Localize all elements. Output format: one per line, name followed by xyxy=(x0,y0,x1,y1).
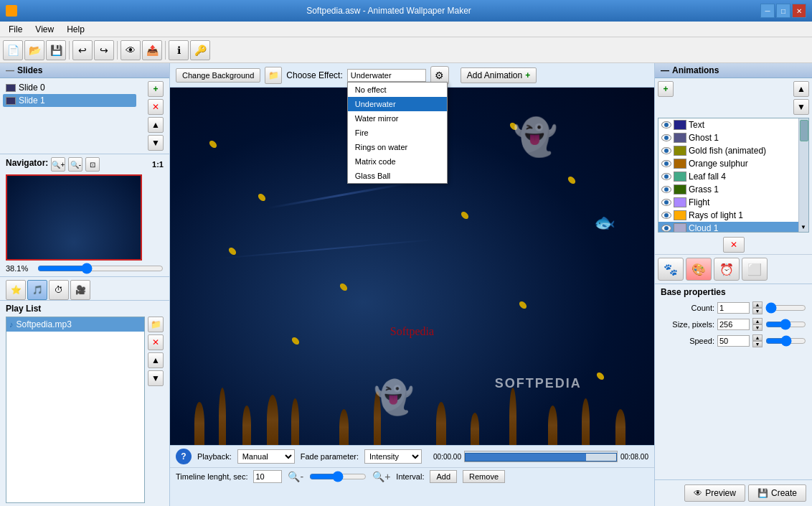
anim-item-ghost1[interactable]: Ghost 1 xyxy=(658,131,808,144)
zoom-slider[interactable] xyxy=(37,263,164,273)
timeline-zoom-slider[interactable] xyxy=(309,472,367,482)
zoom-out-button[interactable]: 🔍- xyxy=(68,157,82,172)
size-input[interactable] xyxy=(717,319,750,330)
speed-input[interactable] xyxy=(717,335,750,347)
playlist-remove-button[interactable]: ✕ xyxy=(148,334,164,350)
save-button[interactable]: 💾 xyxy=(46,40,66,60)
dropdown-rings-on-water[interactable]: Rings on water xyxy=(348,140,447,154)
count-input[interactable] xyxy=(717,302,750,314)
size-slider[interactable] xyxy=(765,319,806,329)
leaf-2 xyxy=(256,192,266,202)
anim-item-rays[interactable]: Rays of light 1 xyxy=(658,209,808,222)
anim-eye-orange[interactable] xyxy=(661,160,671,167)
anim-type-sprites[interactable]: 🐾 xyxy=(658,258,684,281)
tab-video[interactable]: 🎥 xyxy=(70,280,90,300)
size-down[interactable]: ▼ xyxy=(752,324,763,331)
zoom-out-timeline-icon[interactable]: 🔍- xyxy=(288,471,303,482)
playlist-down-button[interactable]: ▼ xyxy=(148,370,164,386)
add-animation-btn[interactable]: + xyxy=(658,81,674,97)
dropdown-matrix-code[interactable]: Matrix code xyxy=(348,154,447,169)
slide-item-0[interactable]: Slide 0 xyxy=(3,81,136,94)
export-button[interactable]: 📤 xyxy=(142,40,162,60)
count-up[interactable]: ▲ xyxy=(752,301,763,308)
anim-eye-text[interactable] xyxy=(661,121,671,128)
dropdown-glass-ball[interactable]: Glass Ball xyxy=(348,169,447,183)
minimize-button[interactable]: ─ xyxy=(760,4,775,18)
tab-music[interactable]: 🎵 xyxy=(27,280,47,300)
dropdown-water-mirror[interactable]: Water mirror xyxy=(348,111,447,126)
close-button[interactable]: ✕ xyxy=(792,4,806,18)
anim-item-leaf[interactable]: Leaf fall 4 xyxy=(658,170,808,183)
effect-select[interactable]: No effect Underwater Water mirror Fire R… xyxy=(347,69,426,82)
slide-up-button[interactable]: ▲ xyxy=(148,117,164,133)
change-background-button[interactable]: Change Background xyxy=(176,68,260,83)
anim-type-frame[interactable]: ⬜ xyxy=(742,258,768,281)
zoom-percent-label: 38.1% xyxy=(6,264,34,273)
anim-type-clock[interactable]: ⏰ xyxy=(714,258,740,281)
timeline-bar[interactable] xyxy=(465,453,617,462)
playback-select[interactable]: Manual Auto Loop xyxy=(237,449,295,464)
add-animation-button[interactable]: Add Animation + xyxy=(461,67,537,83)
slide-down-button[interactable]: ▼ xyxy=(148,135,164,151)
redo-button[interactable]: ↪ xyxy=(94,40,114,60)
help-button[interactable]: ? xyxy=(176,449,192,464)
anim-down-button[interactable]: ▼ xyxy=(793,99,809,115)
remove-animation-button[interactable]: ✕ xyxy=(723,237,745,253)
anim-up-button[interactable]: ▲ xyxy=(793,81,809,97)
scrollbar-thumb[interactable] xyxy=(800,120,808,141)
remove-interval-button[interactable]: Remove xyxy=(463,470,505,483)
menu-file[interactable]: File xyxy=(3,23,28,36)
speed-down[interactable]: ▼ xyxy=(752,341,763,347)
info-button[interactable]: ℹ xyxy=(169,40,189,60)
anim-item-orange[interactable]: Orange sulphur xyxy=(658,157,808,170)
anim-item-goldfish[interactable]: Gold fish (animated) xyxy=(658,144,808,157)
slide-item-1[interactable]: Slide 1 xyxy=(3,94,136,107)
maximize-button[interactable]: □ xyxy=(776,4,790,18)
preview-button[interactable]: 👁 xyxy=(121,40,141,60)
anim-eye-cloud1[interactable] xyxy=(661,225,671,232)
count-down[interactable]: ▼ xyxy=(752,308,763,314)
undo-button[interactable]: ↩ xyxy=(72,40,93,60)
new-button[interactable]: 📄 xyxy=(3,40,23,60)
animations-scrollbar[interactable]: ▼ xyxy=(798,118,808,232)
dropdown-fire[interactable]: Fire xyxy=(348,126,447,140)
tab-favorites[interactable]: ⭐ xyxy=(6,280,26,300)
scroll-down-arrow[interactable]: ▼ xyxy=(799,222,808,232)
fade-select[interactable]: Intensity Color None xyxy=(364,449,422,464)
anim-eye-flight[interactable] xyxy=(661,199,671,206)
speed-slider[interactable] xyxy=(765,336,806,346)
anim-eye-goldfish[interactable] xyxy=(661,147,671,154)
count-slider[interactable] xyxy=(765,303,806,313)
key-button[interactable]: 🔑 xyxy=(190,40,210,60)
add-interval-button[interactable]: Add xyxy=(430,470,457,483)
anim-item-text[interactable]: Text xyxy=(658,118,808,131)
anim-item-grass[interactable]: Grass 1 xyxy=(658,183,808,196)
zoom-in-button[interactable]: 🔍+ xyxy=(51,157,65,172)
playlist-add-folder-button[interactable]: 📁 xyxy=(148,317,164,332)
dropdown-underwater[interactable]: Underwater xyxy=(348,97,447,111)
background-folder-button[interactable]: 📁 xyxy=(265,67,282,84)
menu-view[interactable]: View xyxy=(29,23,60,36)
anim-item-cloud1[interactable]: Cloud 1 xyxy=(658,222,808,233)
anim-type-color[interactable]: 🎨 xyxy=(686,258,712,281)
anim-item-flight[interactable]: Flight xyxy=(658,196,808,209)
speed-up[interactable]: ▲ xyxy=(752,334,763,341)
anim-eye-grass[interactable] xyxy=(661,186,671,193)
tab-timer[interactable]: ⏱ xyxy=(49,280,69,300)
dropdown-no-effect[interactable]: No effect xyxy=(348,83,447,97)
menu-help[interactable]: Help xyxy=(61,23,90,36)
open-button[interactable]: 📂 xyxy=(24,40,44,60)
playlist-up-button[interactable]: ▲ xyxy=(148,352,164,368)
anim-eye-leaf[interactable] xyxy=(661,173,671,180)
anim-eye-ghost1[interactable] xyxy=(661,134,671,141)
anim-eye-rays[interactable] xyxy=(661,212,671,219)
size-up[interactable]: ▲ xyxy=(752,318,763,324)
add-slide-button[interactable]: + xyxy=(148,81,164,97)
timeline-length-input[interactable] xyxy=(253,470,282,483)
playlist-item-0[interactable]: ♪ Softpedia.mp3 xyxy=(6,317,144,332)
preview-action-button[interactable]: 👁 Preview xyxy=(684,484,745,502)
create-action-button[interactable]: 💾 Create xyxy=(748,484,806,502)
fit-button[interactable]: ⊡ xyxy=(85,157,100,172)
remove-slide-button[interactable]: ✕ xyxy=(148,99,164,115)
zoom-in-timeline-icon[interactable]: 🔍+ xyxy=(372,471,390,482)
